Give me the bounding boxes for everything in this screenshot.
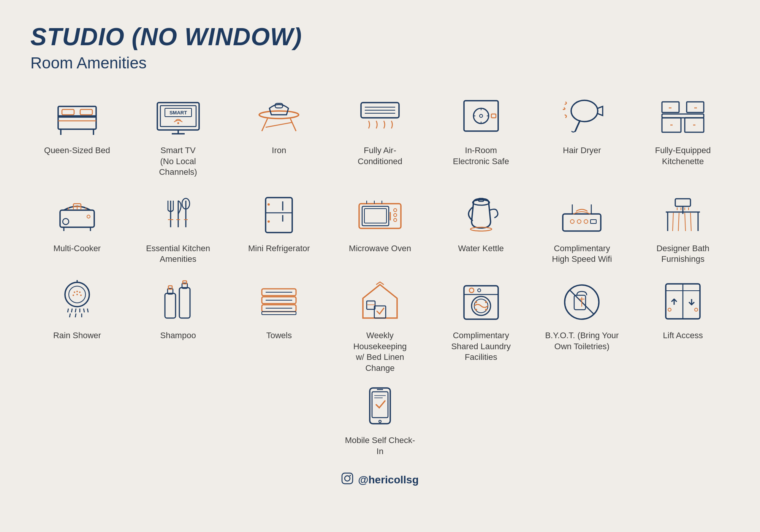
amenity-kitchen-items: Essential KitchenAmenities: [131, 189, 225, 265]
svg-rect-0: [58, 116, 96, 129]
svg-rect-67: [359, 204, 401, 228]
bath-furnishings-label: Designer BathFurnishings: [656, 243, 709, 265]
svg-rect-2: [62, 109, 74, 115]
svg-point-142: [475, 309, 477, 310]
amenity-microwave: Microwave Oven: [333, 189, 427, 265]
wifi-label: ComplimentaryHigh Speed Wifi: [552, 243, 612, 265]
rain-shower-label: Rain Shower: [53, 330, 101, 341]
svg-point-85: [584, 220, 588, 223]
shampoo-label: Shampoo: [160, 330, 196, 341]
svg-point-136: [469, 288, 474, 293]
mobile-checkin-label: Mobile Self Check-In: [342, 435, 418, 457]
svg-point-117: [80, 294, 82, 296]
svg-point-114: [79, 291, 81, 293]
amenity-safe: In-RoomElectronic Safe: [434, 91, 528, 178]
svg-rect-38: [687, 102, 704, 112]
housekeeping-icon: [350, 276, 410, 326]
svg-rect-80: [563, 214, 601, 231]
amenity-iron: Iron: [232, 91, 326, 178]
amenity-wifi: ComplimentaryHigh Speed Wifi: [535, 189, 629, 265]
svg-point-31: [571, 100, 598, 122]
amenity-smart-tv: SMART Smart TV(No Local Channels): [131, 91, 225, 178]
svg-line-108: [87, 309, 88, 312]
amenity-laundry: ComplimentaryShared LaundryFacilities: [434, 276, 528, 374]
svg-point-115: [73, 294, 74, 296]
kitchenette-icon: [652, 91, 713, 141]
queen-bed-label: Queen-Sized Bed: [44, 145, 110, 156]
svg-rect-37: [662, 102, 679, 112]
multi-cooker-icon: [47, 189, 108, 239]
lift-label: Lift Access: [663, 330, 703, 341]
amenity-water-kettle: Water Kettle: [434, 189, 528, 265]
svg-point-66: [268, 220, 270, 223]
svg-line-92: [673, 213, 673, 231]
instagram-icon: [341, 472, 353, 488]
iron-label: Iron: [272, 145, 286, 156]
amenity-rain-shower: Rain Shower: [30, 276, 124, 374]
bath-furnishings-icon: [652, 189, 713, 239]
amenity-byot: B.Y.O.T. (Bring YourOwn Toiletries): [535, 276, 629, 374]
svg-point-113: [76, 291, 78, 292]
svg-point-73: [394, 218, 397, 222]
svg-point-65: [268, 203, 270, 206]
ac-icon: [350, 91, 410, 141]
svg-point-72: [394, 214, 397, 217]
amenity-mobile-checkin: Mobile Self Check-In: [342, 381, 418, 457]
kitchen-items-icon: [148, 189, 209, 239]
svg-point-24: [473, 108, 489, 124]
svg-point-162: [350, 475, 351, 476]
amenity-mini-fridge: Mini Refrigerator: [232, 189, 326, 265]
svg-rect-69: [364, 209, 386, 223]
amenity-multi-cooker: Multi-Cooker: [30, 189, 124, 265]
svg-rect-146: [574, 295, 586, 310]
svg-rect-30: [491, 114, 496, 118]
safe-label: In-RoomElectronic Safe: [453, 145, 509, 167]
svg-line-16: [290, 119, 296, 131]
svg-line-15: [262, 119, 268, 131]
svg-rect-160: [342, 473, 353, 484]
amenities-grid: Queen-Sized Bed SMART Smart TV(No Loc: [30, 91, 730, 374]
amenity-queen-bed: Queen-Sized Bed: [30, 91, 124, 178]
towels-icon: [249, 276, 309, 326]
water-kettle-label: Water Kettle: [458, 243, 504, 254]
svg-point-161: [345, 476, 350, 481]
svg-line-93: [678, 213, 679, 231]
svg-rect-87: [675, 199, 690, 206]
mini-fridge-icon: [249, 189, 309, 239]
svg-point-71: [394, 209, 397, 212]
svg-rect-123: [183, 281, 187, 284]
svg-line-104: [71, 309, 72, 312]
instagram-handle: @hericollsg: [358, 474, 419, 486]
svg-rect-132: [367, 301, 375, 309]
kitchenette-label: Fully-EquippedKitchenette: [655, 145, 711, 167]
wifi-icon: [551, 189, 612, 239]
amenity-housekeeping: Weekly Housekeepingw/ Bed Linen Change: [333, 276, 427, 374]
svg-line-17: [266, 122, 292, 127]
svg-line-105: [75, 309, 76, 312]
page-subtitle: Room Amenities: [30, 54, 730, 72]
mini-fridge-label: Mini Refrigerator: [248, 243, 310, 254]
byot-label: B.Y.O.T. (Bring YourOwn Toiletries): [545, 330, 619, 352]
shampoo-icon: [148, 276, 209, 326]
towels-label: Towels: [266, 330, 292, 341]
svg-point-11: [177, 122, 179, 124]
svg-point-83: [570, 220, 574, 223]
svg-point-156: [379, 420, 381, 423]
microwave-icon: [350, 189, 410, 239]
svg-point-152: [668, 308, 671, 311]
lift-icon: [652, 276, 713, 326]
hair-dryer-icon: [551, 91, 612, 141]
svg-point-153: [695, 308, 698, 311]
safe-icon: [451, 91, 511, 141]
smart-tv-icon: SMART: [148, 91, 209, 141]
ac-label: Fully Air-Conditioned: [358, 145, 402, 167]
mobile-checkin-icon: [350, 381, 410, 431]
iron-icon: [249, 91, 309, 141]
rain-shower-icon: [47, 276, 108, 326]
svg-rect-86: [591, 220, 596, 223]
svg-rect-118: [165, 293, 176, 318]
svg-text:SMART: SMART: [169, 110, 187, 116]
svg-line-103: [68, 309, 68, 312]
svg-rect-61: [266, 198, 292, 233]
multi-cooker-label: Multi-Cooker: [54, 243, 101, 254]
